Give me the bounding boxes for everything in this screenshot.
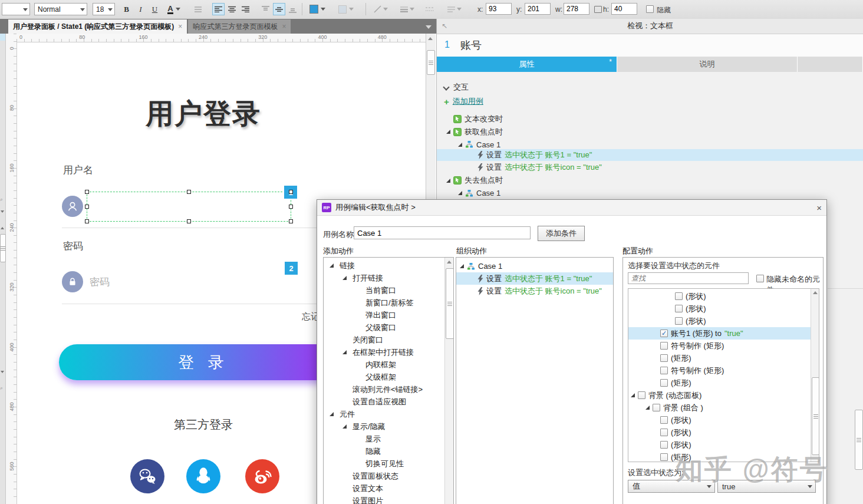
zoom-icon[interactable]: ⌕ — [0, 196, 3, 203]
action-tree-item[interactable]: 显示 — [324, 433, 453, 445]
checked-checkbox[interactable]: ✓ — [660, 330, 668, 337]
hide-checkbox[interactable] — [646, 5, 654, 13]
action-tree-item[interactable]: 打开链接 — [324, 272, 453, 284]
element-list-row[interactable]: 符号制作 (矩形) — [628, 340, 819, 352]
checkbox[interactable] — [660, 441, 668, 449]
font-style-select[interactable]: Normal — [34, 3, 87, 15]
expand-arrow-icon[interactable] — [460, 264, 464, 268]
action-tree-item[interactable]: 关闭窗口 — [324, 334, 453, 346]
align-right-button[interactable] — [239, 3, 252, 15]
interaction-tree-row[interactable]: Case 1 — [437, 187, 863, 199]
zoom-icon[interactable]: ⌕ — [0, 385, 3, 391]
checkbox[interactable] — [638, 391, 645, 399]
y-input[interactable] — [525, 3, 551, 15]
password-placeholder[interactable]: 密码 — [90, 275, 110, 289]
tab-responsive-template[interactable]: 响应式第三方登录页面模板 × — [188, 19, 291, 34]
element-list-row[interactable]: 背景 (组合 ) — [628, 401, 819, 414]
selection-handle[interactable] — [289, 205, 293, 209]
scroll-up-icon[interactable] — [813, 291, 818, 294]
selection-handle[interactable] — [187, 190, 191, 194]
organize-action-list[interactable]: Case 1设置选中状态于 账号1 = "true"设置选中状态于 账号icon… — [456, 257, 614, 504]
wechat-login-button[interactable] — [130, 459, 164, 493]
expand-arrow-icon[interactable] — [458, 143, 462, 147]
action-tree-item[interactable]: 父级窗口 — [324, 321, 453, 334]
action-tree-item[interactable]: 父级框架 — [324, 371, 453, 383]
selection-handle[interactable] — [85, 219, 89, 223]
chevron-down-icon[interactable] — [1, 210, 4, 213]
scroll-down-icon[interactable] — [1, 371, 4, 373]
list-scrollbar[interactable] — [444, 258, 453, 504]
expand-arrow-icon[interactable] — [342, 424, 347, 429]
expand-arrow-icon[interactable] — [458, 191, 462, 195]
element-list-row[interactable]: (矩形) — [628, 377, 819, 389]
password-lock-icon[interactable] — [62, 271, 83, 292]
checkbox[interactable] — [660, 453, 668, 461]
element-list-row[interactable]: (形状) — [628, 302, 819, 315]
expand-arrow-icon[interactable] — [645, 406, 650, 410]
qq-login-button[interactable] — [186, 459, 220, 493]
element-list[interactable]: (形状)(形状)(形状)✓账号1 (矩形) to"true"符号制作 (矩形)(… — [628, 288, 819, 462]
tab-user-login-panel[interactable]: 用户登录面板 / State1 (响应式第三方登录页面模板) × — [8, 19, 187, 34]
interaction-tree-row[interactable]: 设置选中状态于 账号1 = "true" — [437, 149, 863, 161]
action-tree-item[interactable]: 元件 — [324, 408, 453, 420]
action-tree-item[interactable]: 在框架中打开链接 — [324, 346, 453, 358]
action-tree-item[interactable]: 设置图片 — [324, 495, 453, 504]
widget-name[interactable]: 账号 — [460, 38, 482, 52]
checkbox[interactable] — [660, 429, 668, 436]
action-tree-item[interactable]: 设置文本 — [324, 482, 453, 495]
selection-handle[interactable] — [289, 219, 293, 223]
element-list-row[interactable]: (形状) — [628, 414, 819, 426]
element-list-row[interactable]: (形状) — [628, 426, 819, 439]
user-avatar-icon[interactable] — [62, 196, 83, 217]
italic-button[interactable]: I — [134, 3, 147, 15]
mini-scrollbar-thumb[interactable] — [0, 234, 6, 262]
selected-textfield[interactable] — [87, 192, 291, 222]
action-tree-item[interactable]: 链接 — [324, 259, 453, 272]
panel-scrollbar-thumb[interactable] — [855, 410, 863, 470]
action-tree-item[interactable]: 弹出窗口 — [324, 309, 453, 321]
forgot-password-link[interactable]: 忘记密码 — [302, 311, 317, 322]
element-list-row[interactable]: (形状) — [628, 439, 819, 451]
scroll-up-icon[interactable] — [1, 227, 4, 229]
weibo-login-button[interactable] — [245, 459, 279, 493]
interaction-tree-row[interactable]: 失去焦点时 — [437, 174, 863, 186]
close-tab-icon[interactable]: × — [178, 22, 182, 31]
selection-handle[interactable] — [289, 190, 293, 194]
dock-arrow-icon[interactable]: ↖ — [442, 22, 447, 30]
h-input[interactable] — [611, 3, 637, 15]
align-center-button[interactable] — [226, 3, 238, 15]
w-input[interactable] — [564, 3, 589, 15]
action-tree-item[interactable]: 当前窗口 — [324, 284, 453, 297]
scrollbar-thumb[interactable] — [812, 377, 819, 455]
expand-arrow-icon[interactable] — [446, 130, 450, 134]
action-tree-item[interactable]: 显示/隐藏 — [324, 420, 453, 433]
organize-tree-row[interactable]: 设置选中状态于 账号icon = "true" — [456, 285, 613, 297]
interaction-tree-row[interactable]: 设置选中状态于 账号icon = "true" — [437, 162, 863, 173]
checkbox[interactable] — [675, 305, 683, 312]
underline-button[interactable]: U — [149, 3, 161, 15]
close-tab-icon[interactable]: × — [282, 22, 286, 31]
element-list-row[interactable]: (形状) — [628, 315, 819, 327]
organize-tree-row[interactable]: Case 1 — [456, 260, 613, 272]
expand-arrow-icon[interactable] — [330, 263, 334, 268]
element-list-row[interactable]: (矩形) — [628, 352, 819, 364]
checkbox[interactable] — [660, 416, 668, 424]
checkbox[interactable] — [660, 342, 668, 350]
expand-arrow-icon[interactable] — [330, 412, 334, 416]
expand-arrow-icon[interactable] — [631, 393, 635, 397]
valign-top-button[interactable] — [259, 3, 272, 15]
scrollbar-thumb[interactable] — [427, 50, 435, 75]
checkbox[interactable] — [675, 317, 683, 325]
login-button[interactable]: 登 录 — [59, 344, 348, 380]
valign-middle-button[interactable] — [273, 3, 285, 15]
tab-properties[interactable]: 属性 * — [437, 57, 617, 72]
interaction-tree-row[interactable]: 文本改变时 — [437, 113, 863, 125]
tab-notes[interactable]: 说明 — [617, 57, 798, 72]
action-tree-item[interactable]: 滚动到元件<锚链接> — [324, 383, 453, 396]
selection-handle[interactable] — [85, 205, 89, 209]
fill-color-button[interactable] — [307, 3, 328, 15]
scroll-up-icon[interactable] — [428, 37, 433, 40]
valign-bottom-button[interactable] — [286, 3, 299, 15]
dialog-titlebar[interactable]: RP 用例编辑<获取焦点时 > × — [317, 200, 826, 216]
element-list-row[interactable]: ✓账号1 (矩形) to"true" — [628, 327, 819, 340]
